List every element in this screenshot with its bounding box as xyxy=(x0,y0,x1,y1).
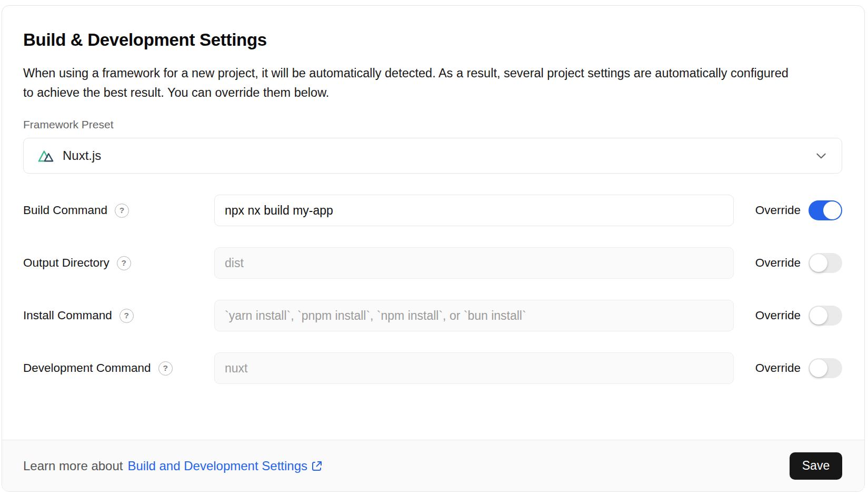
install-command-override: Override xyxy=(755,306,842,326)
override-label: Override xyxy=(755,361,801,375)
save-button[interactable]: Save xyxy=(790,452,842,480)
help-icon[interactable]: ? xyxy=(115,204,129,218)
development-command-row: Development Command ? Override xyxy=(23,352,842,384)
settings-description: When using a framework for a new project… xyxy=(23,64,797,103)
development-command-label: Development Command xyxy=(23,361,151,375)
chevron-down-icon xyxy=(814,149,828,163)
output-directory-override-toggle[interactable] xyxy=(809,253,842,273)
output-directory-override: Override xyxy=(755,253,842,273)
build-command-override-toggle[interactable] xyxy=(809,200,842,220)
external-link-icon xyxy=(311,460,323,472)
nuxt-logo-icon xyxy=(37,148,55,163)
output-directory-label-group: Output Directory ? xyxy=(23,256,214,270)
framework-selected-value: Nuxt.js xyxy=(37,148,101,163)
build-command-label-group: Build Command ? xyxy=(23,204,214,218)
install-command-input[interactable] xyxy=(214,300,734,331)
card-body: Build & Development Settings When using … xyxy=(2,6,864,440)
help-icon[interactable]: ? xyxy=(119,309,134,323)
install-command-label: Install Command xyxy=(23,309,112,322)
help-icon[interactable]: ? xyxy=(158,361,173,376)
install-command-override-toggle[interactable] xyxy=(809,306,842,326)
output-directory-input[interactable] xyxy=(214,247,734,279)
development-command-label-group: Development Command ? xyxy=(23,361,214,376)
toggle-knob xyxy=(823,201,841,219)
build-command-override: Override xyxy=(755,200,842,220)
page-title: Build & Development Settings xyxy=(23,30,842,50)
help-icon[interactable]: ? xyxy=(117,256,131,270)
build-dev-settings-card: Build & Development Settings When using … xyxy=(2,5,865,492)
override-label: Override xyxy=(755,309,801,322)
development-command-input[interactable] xyxy=(214,352,734,384)
learn-more-text: Learn more about Build and Development S… xyxy=(23,459,323,473)
build-command-input[interactable] xyxy=(214,195,734,226)
learn-more-prefix: Learn more about xyxy=(23,459,123,473)
link-text: Build and Development Settings xyxy=(127,459,307,473)
development-command-override: Override xyxy=(755,358,842,378)
override-label: Override xyxy=(755,256,801,270)
build-command-label: Build Command xyxy=(23,204,107,217)
toggle-knob xyxy=(810,254,827,272)
framework-preset-select[interactable]: Nuxt.js xyxy=(23,138,842,174)
build-settings-doc-link[interactable]: Build and Development Settings xyxy=(127,459,323,473)
output-directory-row: Output Directory ? Override xyxy=(23,247,842,279)
build-command-row: Build Command ? Override xyxy=(23,195,842,226)
card-footer: Learn more about Build and Development S… xyxy=(2,440,864,491)
toggle-knob xyxy=(810,359,827,377)
output-directory-label: Output Directory xyxy=(23,256,109,270)
development-command-override-toggle[interactable] xyxy=(809,358,842,378)
framework-preset-label: Framework Preset xyxy=(23,118,842,131)
install-command-label-group: Install Command ? xyxy=(23,309,214,323)
toggle-knob xyxy=(810,307,827,325)
install-command-row: Install Command ? Override xyxy=(23,300,842,331)
override-label: Override xyxy=(755,204,801,217)
framework-name: Nuxt.js xyxy=(63,148,101,163)
